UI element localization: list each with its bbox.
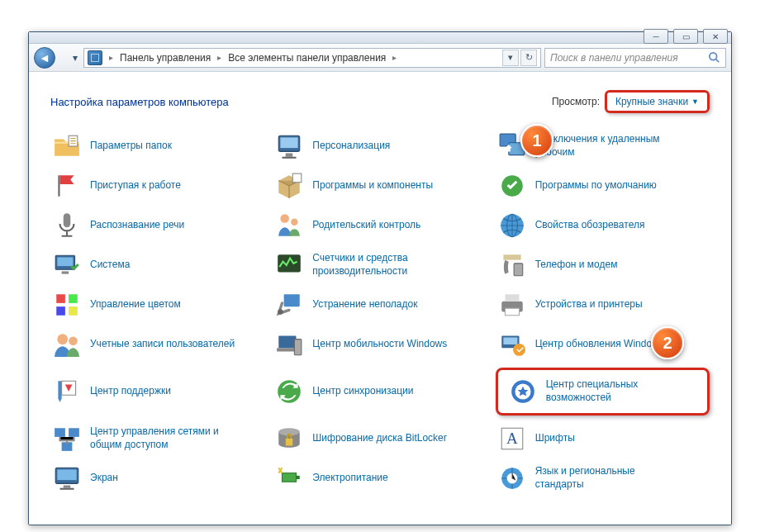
control-panel-item[interactable]: Родительский контроль (273, 209, 487, 242)
control-panel-item[interactable]: Центр управления сетями и общим доступом (50, 422, 264, 455)
control-panel-item[interactable]: Электропитание (273, 462, 487, 495)
item-label: Центр поддержки (90, 385, 171, 398)
refresh-button[interactable]: ↻ (520, 50, 537, 66)
svg-point-55 (710, 52, 717, 59)
control-panel-icon (88, 50, 102, 65)
page-heading: Настройка параметров компьютера (50, 96, 229, 108)
users-icon (52, 330, 82, 359)
search-placeholder: Поиск в панели управления (550, 52, 678, 64)
maximize-button[interactable]: ▭ (673, 29, 698, 44)
control-panel-item[interactable]: Телефон и модем (496, 249, 710, 282)
item-label: Центр обновления Windows (535, 338, 664, 351)
perf-icon (274, 250, 304, 280)
globe-icon (497, 211, 527, 240)
address-bar[interactable]: ▸ Панель управления ▸ Все элементы панел… (83, 48, 541, 68)
control-panel-item[interactable]: Учетные записи пользователей (50, 328, 264, 361)
defaults-icon (497, 171, 527, 201)
bitlocker-icon (274, 424, 304, 454)
control-panel-item[interactable]: Устранение неполадок (273, 288, 487, 321)
box-icon (274, 171, 304, 201)
family-icon (274, 211, 304, 240)
control-panel-item[interactable]: Система (50, 249, 264, 282)
item-label: Устройства и принтеры (535, 298, 643, 311)
search-icon (709, 52, 720, 64)
item-label: Распознавание речи (90, 219, 184, 232)
control-panel-item[interactable]: Свойства обозревателя (496, 209, 710, 242)
item-label: Параметры папок (90, 140, 172, 153)
chevron-right-icon[interactable]: ▸ (214, 53, 225, 62)
item-label: Шифрование диска BitLocker (312, 432, 446, 445)
color-icon (52, 290, 82, 320)
control-panel-item[interactable]: Язык и региональные стандарты (496, 462, 710, 495)
control-panel-item[interactable]: Управление цветом (50, 288, 264, 321)
item-label: Центр мобильности Windows (312, 338, 447, 351)
minimize-button[interactable]: ─ (644, 29, 668, 44)
mic-icon (52, 211, 82, 240)
item-label: Родительский контроль (312, 219, 420, 232)
nav-back-button[interactable]: ◄ (34, 47, 55, 69)
control-panel-item[interactable]: Счетчики и средства производительности (273, 249, 487, 282)
ease-icon (508, 377, 538, 406)
address-dropdown-button[interactable]: ▾ (502, 50, 519, 66)
item-label: Шрифты (535, 432, 575, 445)
item-label: Программы по умолчанию (535, 179, 657, 192)
item-label: Персонализация (312, 140, 390, 153)
item-label: Экран (90, 472, 118, 485)
breadcrumb-current[interactable]: Все элементы панели управления (228, 52, 386, 64)
control-panel-item[interactable]: Распознавание речи (50, 209, 264, 242)
chevron-right-icon[interactable]: ▸ (106, 53, 116, 62)
control-panel-item[interactable]: Шрифты (496, 422, 710, 455)
sync-icon (274, 377, 304, 406)
item-label: Приступая к работе (90, 179, 181, 192)
control-panel-item[interactable]: Программы по умолчанию (496, 169, 710, 202)
fonts-icon (497, 424, 527, 454)
item-label: Свойства обозревателя (535, 219, 645, 232)
item-label: Программы и компоненты (312, 179, 433, 192)
breadcrumb-root[interactable]: Панель управления (120, 52, 211, 64)
trouble-icon (274, 290, 304, 320)
folder-icon (52, 131, 82, 161)
item-label: Электропитание (312, 472, 387, 485)
item-label: Учетные записи пользователей (90, 338, 235, 351)
item-label: Управление цветом (90, 298, 181, 311)
control-panel-item[interactable]: Шифрование диска BitLocker (273, 422, 487, 455)
actioncenter-icon (52, 377, 82, 406)
chevron-right-icon[interactable]: ▸ (389, 53, 400, 62)
titlebar: ─ ▭ ✕ (29, 32, 731, 44)
screen-icon (52, 463, 82, 493)
annotation-badge-1: 1 (520, 124, 553, 157)
control-panel-item[interactable]: Параметры папок (50, 130, 264, 163)
control-panel-item[interactable]: Центр поддержки (50, 368, 264, 416)
view-mode-dropdown[interactable]: Крупные значки ▼ (605, 90, 710, 113)
region-icon (497, 463, 527, 493)
search-input[interactable]: Поиск в панели управления (544, 48, 726, 68)
close-button[interactable]: ✕ (703, 29, 728, 44)
phone-icon (497, 250, 527, 280)
network-icon (52, 424, 82, 454)
control-panel-item[interactable]: Центр мобильности Windows (273, 328, 487, 361)
update-icon (497, 330, 527, 359)
item-label: Центр синхронизации (312, 385, 413, 398)
nav-history-dropdown[interactable]: ▾ (70, 50, 80, 66)
item-label: Центр специальных возможностей (546, 378, 695, 404)
item-label: Устранение неполадок (312, 298, 417, 311)
control-panel-item[interactable]: Экран (50, 462, 264, 495)
item-label: Подключения к удаленным рабочим (535, 133, 684, 159)
flag-icon (52, 171, 82, 201)
system-icon (52, 250, 82, 280)
chevron-down-icon: ▼ (691, 97, 699, 106)
item-label: Телефон и модем (535, 259, 618, 272)
printer-icon (497, 290, 527, 320)
mobility-icon (274, 330, 304, 359)
view-label: Просмотр: (552, 96, 600, 107)
control-panel-item[interactable]: Персонализация (273, 130, 487, 163)
control-panel-item[interactable]: Центр специальных возможностей (496, 368, 710, 416)
item-label: Система (90, 259, 130, 272)
control-panel-item[interactable]: Устройства и принтеры (496, 288, 710, 321)
control-panel-item[interactable]: Центр синхронизации (273, 368, 487, 416)
item-label: Счетчики и средства производительности (312, 252, 461, 278)
control-panel-item[interactable]: Приступая к работе (50, 169, 264, 202)
control-panel-item[interactable]: Программы и компоненты (273, 169, 487, 202)
power-icon (274, 463, 304, 493)
monitor-icon (274, 131, 304, 161)
